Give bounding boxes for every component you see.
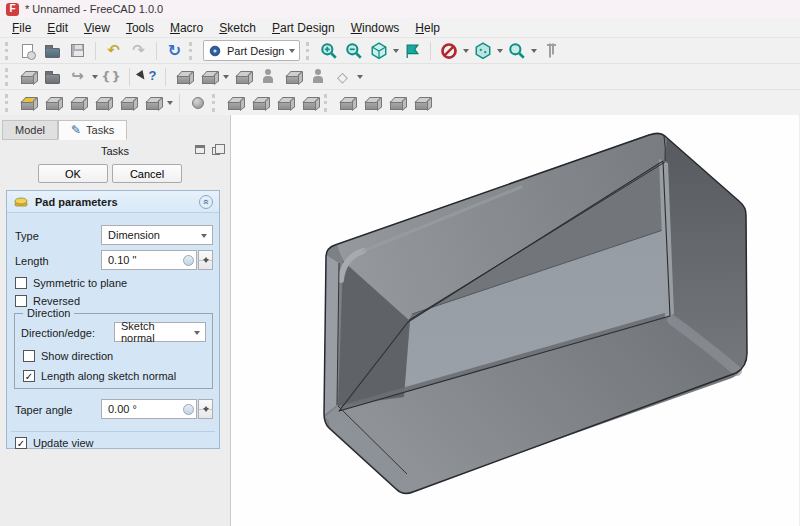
create-body-button[interactable] [171, 66, 196, 88]
whats-this-button[interactable]: ? [135, 66, 160, 88]
measure-button[interactable] [538, 40, 563, 62]
pad-button[interactable] [15, 92, 40, 114]
toolbar-handle[interactable] [212, 94, 218, 112]
variable-set-button[interactable]: {} [99, 66, 124, 88]
link-dropdown-arrow[interactable] [90, 66, 99, 88]
view-dropdown-arrow[interactable] [391, 40, 400, 62]
hole-button[interactable] [247, 92, 272, 114]
make-link-button[interactable]: ↪ [65, 66, 90, 88]
pad-parameters-header[interactable]: Pad parameters » [7, 191, 219, 213]
menu-sketch[interactable]: Sketch [211, 19, 264, 37]
ok-button[interactable]: OK [38, 164, 108, 183]
texture-view-button[interactable] [470, 40, 495, 62]
redo-icon: ↷ [132, 43, 145, 58]
tab-model[interactable]: Model [2, 120, 58, 140]
groove-button[interactable] [272, 92, 297, 114]
primitive-dropdown-arrow[interactable] [165, 92, 174, 114]
toolbar-part-design-modeling [0, 90, 800, 116]
zoom-out-button[interactable] [341, 40, 366, 62]
menu-edit[interactable]: Edit [39, 19, 76, 37]
zoom-in-button[interactable] [316, 40, 341, 62]
type-select[interactable]: Dimension [101, 225, 213, 245]
direction-edge-label: Direction/edge: [21, 327, 95, 339]
toolbar-handle[interactable] [189, 42, 195, 60]
divider [11, 431, 215, 432]
search-button[interactable] [504, 40, 529, 62]
toolbar-handle[interactable] [324, 94, 330, 112]
pocket-button[interactable] [222, 92, 247, 114]
panel-tab-bar: Model ✎ Tasks [2, 120, 127, 140]
additive-loft-button[interactable] [65, 92, 90, 114]
sketch-dropdown-arrow[interactable] [221, 66, 230, 88]
create-sketch-button[interactable] [196, 66, 221, 88]
cancel-button[interactable]: Cancel [112, 164, 182, 183]
open-document-button[interactable] [40, 40, 65, 62]
menu-macro[interactable]: Macro [162, 19, 211, 37]
validate-sketch-button[interactable] [280, 66, 305, 88]
subtractive-loft-button[interactable] [297, 92, 322, 114]
undo-button[interactable]: ↶ [101, 40, 126, 62]
clipping-plane-button[interactable] [436, 40, 461, 62]
symmetric-label: Symmetric to plane [33, 277, 127, 289]
revolution-button[interactable] [40, 92, 65, 114]
symmetric-checkbox[interactable] [15, 277, 27, 289]
additive-pipe-button[interactable] [90, 92, 115, 114]
reversed-checkbox[interactable] [15, 295, 27, 307]
save-button[interactable] [65, 40, 90, 62]
length-spinner[interactable] [198, 250, 213, 270]
fillet-button[interactable] [334, 92, 359, 114]
menu-part-design[interactable]: Part Design [264, 19, 343, 37]
texture-dropdown-arrow[interactable] [495, 40, 504, 62]
toolbar-handle[interactable] [5, 68, 11, 86]
axonometric-view-button[interactable] [366, 40, 391, 62]
overlay-panel-icon[interactable] [212, 147, 220, 155]
search-dropdown-arrow[interactable] [529, 40, 538, 62]
show-direction-row: Show direction [23, 350, 113, 362]
3d-viewport[interactable] [231, 115, 799, 526]
menu-file[interactable]: File [4, 19, 39, 37]
checkmark: ✓ [25, 371, 33, 382]
clipping-dropdown-arrow[interactable] [461, 40, 470, 62]
map-sketch-button[interactable] [255, 66, 280, 88]
title-bar[interactable]: F * Unnamed - FreeCAD 1.0.0 [0, 0, 800, 18]
collapse-button[interactable]: » [199, 195, 213, 209]
show-direction-label: Show direction [41, 350, 113, 362]
show-direction-checkbox[interactable] [23, 350, 35, 362]
subtractive-sphere-icon [192, 97, 204, 109]
length-along-checkbox[interactable]: ✓ [23, 370, 35, 382]
create-part-button[interactable] [15, 66, 40, 88]
workbench-selector[interactable]: Part Design [203, 40, 300, 61]
toolbar-handle[interactable] [5, 94, 11, 112]
subtractive-sphere-button[interactable] [185, 92, 210, 114]
tab-tasks[interactable]: ✎ Tasks [58, 120, 127, 140]
refresh-button[interactable]: ↻ [162, 40, 187, 62]
thickness-button[interactable] [409, 92, 434, 114]
direction-edge-select[interactable]: Sketch normal [114, 322, 206, 342]
chamfer-button[interactable] [359, 92, 384, 114]
update-view-checkbox[interactable]: ✓ [15, 437, 27, 449]
menu-view[interactable]: View [76, 19, 118, 37]
taper-angle-input[interactable]: 0.00 ° [101, 399, 197, 419]
sync-view-button[interactable] [400, 40, 425, 62]
length-input[interactable]: 0.10 " [101, 250, 197, 270]
additive-helix-button[interactable] [115, 92, 140, 114]
toolbar-handle[interactable] [306, 42, 312, 60]
taper-spinner[interactable] [198, 399, 213, 419]
additive-primitive-button[interactable] [140, 92, 165, 114]
new-document-button[interactable] [15, 40, 40, 62]
expression-icon[interactable] [183, 255, 194, 266]
draft-button[interactable] [384, 92, 409, 114]
sketch-tools-button[interactable] [305, 66, 330, 88]
float-panel-icon[interactable] [195, 145, 205, 154]
menu-help[interactable]: Help [407, 19, 448, 37]
create-datum-button[interactable]: ◇ [330, 66, 355, 88]
datum-dropdown-arrow[interactable] [355, 66, 364, 88]
redo-button[interactable]: ↷ [126, 40, 151, 62]
toolbar-handle[interactable] [5, 42, 11, 60]
create-group-button[interactable] [40, 66, 65, 88]
edit-sketch-button[interactable] [230, 66, 255, 88]
menu-windows[interactable]: Windows [343, 19, 408, 37]
expression-icon[interactable] [183, 404, 194, 415]
create-datum-icon: ◇ [337, 70, 348, 84]
menu-tools[interactable]: Tools [118, 19, 162, 37]
